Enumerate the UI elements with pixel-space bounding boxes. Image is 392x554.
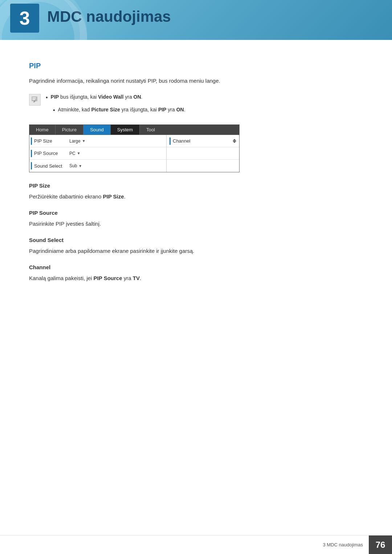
note-bullet-1: • PIP bus išjungta, kai Video Wall yra O… [46, 93, 185, 102]
subsection-pip-source-text: Pasirinkite PIP įvesties šaltinį. [29, 219, 363, 228]
page-footer: 3 MDC naudojimas 76 [0, 535, 392, 554]
footer-page-number: 76 [369, 535, 392, 554]
subsection-pip-size-title: PIP Size [29, 182, 363, 189]
menu-right-empty-1 [167, 147, 239, 160]
footer-text: 3 MDC naudojimas [323, 542, 363, 547]
menu-body: PIP Size Large ▼ PIP Source PC ▼ [29, 135, 239, 172]
menu-right-channel: Channel [167, 135, 239, 147]
menu-tab-system[interactable]: System [111, 125, 140, 135]
pip-source-dropdown[interactable]: PC ▼ [69, 151, 83, 156]
menu-row-pip-size: PIP Size Large ▼ [29, 135, 166, 147]
menu-table: Home Picture Sound System Tool PIP Size … [29, 124, 240, 172]
note-box: • PIP bus išjungta, kai Video Wall yra O… [29, 93, 363, 116]
main-content: PIP Pagrindinė informacija, reikalinga n… [0, 40, 392, 320]
subsection-sound-select-title: Sound Select [29, 237, 363, 243]
menu-tab-sound[interactable]: Sound [83, 125, 111, 135]
pencil-icon [31, 96, 39, 104]
menu-tab-row: Home Picture Sound System Tool [29, 125, 239, 135]
note-icon [29, 94, 41, 106]
menu-right-empty-2 [167, 160, 239, 172]
menu-left-panel: PIP Size Large ▼ PIP Source PC ▼ [29, 135, 167, 172]
channel-spinner[interactable] [233, 139, 236, 143]
spinner-down[interactable] [233, 141, 236, 143]
section-title: PIP [29, 62, 363, 70]
menu-row-pip-source: PIP Source PC ▼ [29, 147, 166, 160]
subsection-pip-source: PIP Source Pasirinkite PIP įvesties šalt… [29, 210, 363, 228]
subsection-pip-source-title: PIP Source [29, 210, 363, 216]
subsection-channel: Channel Kanalą galima pakeisti, jei PIP … [29, 264, 363, 283]
subsection-sound-select: Sound Select Pagrindiniame arba papildom… [29, 237, 363, 255]
subsection-channel-text: Kanalą galima pakeisti, jei PIP Source y… [29, 274, 363, 283]
menu-tab-picture[interactable]: Picture [56, 125, 83, 135]
subsection-pip-size: PIP Size Peržiūrėkite dabartinio ekrano … [29, 182, 363, 201]
menu-tab-tool[interactable]: Tool [140, 125, 162, 135]
pip-size-label: PIP Size [34, 138, 52, 144]
chapter-number: 3 [10, 4, 39, 33]
intro-text: Pagrindinė informacija, reikalinga norin… [29, 77, 363, 85]
pip-source-label: PIP Source [34, 151, 58, 156]
menu-row-sound-select: Sound Select Sub ▼ [29, 160, 166, 172]
sound-select-dropdown[interactable]: Sub ▼ [69, 163, 85, 168]
subsection-sound-select-text: Pagrindiniame arba papildomame ekrane pa… [29, 247, 363, 255]
note-lines: • PIP bus išjungta, kai Video Wall yra O… [46, 93, 185, 116]
subsection-channel-title: Channel [29, 264, 363, 270]
page-header: 3 MDC naudojimas [0, 0, 392, 40]
svg-rect-3 [32, 99, 35, 100]
chapter-title: MDC naudojimas [47, 8, 171, 25]
pip-size-dropdown[interactable]: Large ▼ [69, 139, 89, 144]
spinner-up[interactable] [233, 139, 236, 141]
svg-rect-2 [32, 98, 36, 98]
menu-right-panel: Channel [167, 135, 239, 172]
channel-label: Channel [173, 138, 190, 144]
subsection-pip-size-text: Peržiūrėkite dabartinio ekrano PIP Size. [29, 192, 363, 201]
note-bullet-2: • Atminkite, kad Picture Size yra išjung… [46, 106, 185, 115]
menu-tab-home[interactable]: Home [29, 125, 56, 135]
sound-select-label: Sound Select [34, 163, 62, 169]
